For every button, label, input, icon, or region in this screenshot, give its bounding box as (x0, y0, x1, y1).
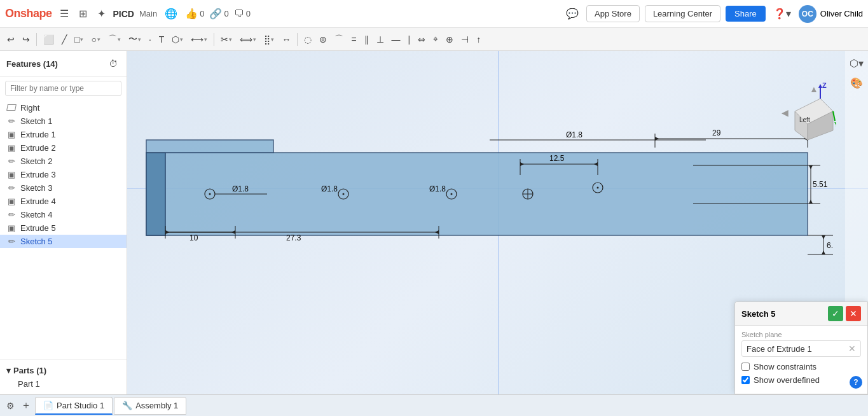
feature-item-sketch1[interactable]: ✏ Sketch 1 (0, 114, 127, 128)
tab-assembly-label: Assembly 1 (135, 401, 178, 410)
redo-button[interactable]: ↪ (19, 32, 33, 46)
feature-item-extrude1[interactable]: ▣ Extrude 1 (0, 128, 127, 141)
part-item-1[interactable]: Part 1 (6, 377, 120, 391)
equal-button[interactable]: = (348, 32, 359, 46)
canvas-area[interactable]: Ø1.8 Ø1.8 Ø1.8 12.5 Ø1. (127, 51, 868, 394)
sketch-plane-label: Sketch plane (741, 331, 861, 338)
history-button[interactable]: ⏱ (106, 56, 120, 71)
add-feature-button[interactable]: ✦ (95, 5, 108, 22)
sketch-confirm-button[interactable]: ✓ (828, 306, 843, 321)
share-button[interactable]: Share (726, 6, 766, 22)
view-mode-button[interactable]: ⬡▾ (847, 55, 866, 72)
parts-header[interactable]: ▾ Parts (1) (6, 364, 120, 377)
mirror-button[interactable]: ⟺▾ (237, 32, 259, 46)
learning-center-button[interactable]: Learning Center (645, 5, 720, 22)
rect-button[interactable]: □▾ (71, 32, 86, 46)
sketch-plane-value: Face of Extrude 1 (747, 344, 812, 354)
trim-button[interactable]: ✂▾ (217, 32, 235, 46)
toolbar: ↩ ↪ ⬜ ╱ □▾ ○▾ ⌒▾ 〜▾ · T ⬡▾ ⟷▾ ✂▾ ⟺▾ ⣿▾ ↔… (0, 28, 868, 51)
svg-text:◀: ◀ (782, 107, 789, 118)
svg-text:Ø1.8: Ø1.8 (429, 184, 446, 193)
svg-text:Ø1.8: Ø1.8 (321, 184, 338, 193)
tab-part-studio-label: Part Studio 1 (57, 401, 104, 410)
features-title: Features (14) (6, 59, 58, 69)
filter-button[interactable]: ⊞ (76, 5, 90, 22)
offset-button[interactable]: ⟷▾ (188, 32, 210, 46)
sketch-plane-field[interactable]: Face of Extrude 1 ✕ (741, 340, 861, 357)
show-constraints-checkbox[interactable] (741, 363, 750, 371)
top-nav: Onshape ☰ ⊞ ✦ PICD Main 🌐 👍 0 🔗 0 🗨 0 💬 … (0, 0, 868, 28)
feature-item-right[interactable]: Right (0, 101, 127, 114)
point-button[interactable]: · (146, 32, 155, 46)
perpendicular-button[interactable]: ⊥ (373, 32, 387, 46)
spline-button[interactable]: 〜▾ (125, 32, 144, 47)
svg-rect-1 (146, 153, 165, 235)
feature-item-sketch2[interactable]: ✏ Sketch 2 (0, 155, 127, 168)
feature-filter-input[interactable] (5, 81, 121, 96)
sketch-panel-body: Sketch plane Face of Extrude 1 ✕ Show co… (735, 326, 867, 394)
symmetric-button[interactable]: ⇔ (415, 32, 429, 46)
horizontal-button[interactable]: — (389, 32, 404, 46)
use-button[interactable]: ⬡▾ (169, 32, 186, 46)
extrude-icon-4: ▣ (6, 197, 17, 206)
tab-assembly-1[interactable]: 🔧 Assembly 1 (114, 397, 186, 415)
svg-point-8 (343, 193, 345, 195)
sketch-cancel-button[interactable]: ✕ (846, 306, 861, 321)
show-overdefined-checkbox[interactable] (741, 376, 750, 384)
extrude-icon-3: ▣ (6, 170, 17, 179)
extrude-icon-2: ▣ (6, 143, 17, 153)
svg-marker-36 (809, 200, 813, 204)
circle-button[interactable]: ○▾ (88, 32, 103, 46)
feature-item-extrude2[interactable]: ▣ Extrude 2 (0, 141, 127, 155)
undo-button[interactable]: ↩ (4, 32, 18, 46)
vertical-button[interactable]: | (405, 32, 414, 46)
globe-button[interactable]: 🌐 (162, 5, 180, 22)
render-button[interactable]: 🎨 (848, 74, 865, 92)
sketch-help-button[interactable]: ? (850, 376, 862, 389)
feature-item-extrude4[interactable]: ▣ Extrude 4 (0, 195, 127, 208)
feature-name-sketch1: Sketch 1 (20, 116, 53, 126)
text-button[interactable]: T (156, 32, 168, 46)
coincident-button[interactable]: ◌ (301, 32, 315, 46)
feature-item-extrude3[interactable]: ▣ Extrude 3 (0, 168, 127, 181)
sidebar-header: Features (14) ⏱ (0, 51, 127, 77)
midpoint-button[interactable]: ⊣ (458, 32, 472, 46)
feature-item-sketch4[interactable]: ✏ Sketch 4 (0, 208, 127, 221)
select-button[interactable]: ⬜ (40, 32, 57, 46)
pierce-button[interactable]: ⊕ (443, 32, 457, 46)
svg-rect-2 (146, 140, 273, 153)
toolbar-sep-3 (297, 33, 298, 46)
feature-item-extrude5[interactable]: ▣ Extrude 5 (0, 221, 127, 235)
avatar: OC (799, 5, 816, 23)
line-button[interactable]: ╱ (59, 32, 70, 46)
tab-settings-button[interactable]: ⚙ (4, 401, 17, 411)
sketch-icon-2: ✏ (6, 156, 17, 166)
user-name: Oliver Child (820, 9, 863, 18)
parallel-button[interactable]: ∥ (361, 32, 372, 46)
dimension-button[interactable]: ↔ (279, 32, 294, 46)
feature-name-sketch5: Sketch 5 (20, 237, 53, 246)
assembly-icon: 🔧 (122, 401, 132, 410)
user-menu[interactable]: OC Oliver Child (799, 5, 863, 23)
menu-button[interactable]: ☰ (57, 5, 71, 22)
svg-text:Y: Y (834, 121, 836, 128)
app-store-button[interactable]: App Store (586, 5, 640, 22)
arc-button[interactable]: ⌒▾ (105, 32, 124, 47)
help-button[interactable]: ❓▾ (771, 5, 794, 22)
svg-text:Ø1.8: Ø1.8 (232, 184, 249, 193)
feature-item-sketch3[interactable]: ✏ Sketch 3 (0, 181, 127, 195)
show-constraints-row: Show constraints (741, 362, 861, 371)
chat-button[interactable]: 💬 (563, 5, 581, 22)
normal-button[interactable]: ↑ (473, 32, 484, 46)
fix-button[interactable]: ⌖ (430, 32, 441, 46)
tab-part-studio-1[interactable]: 📄 Part Studio 1 (35, 397, 113, 415)
concentric-button[interactable]: ⊚ (316, 32, 330, 46)
clear-sketch-plane-button[interactable]: ✕ (848, 343, 856, 354)
feature-item-sketch5[interactable]: ✏ Sketch 5 (0, 235, 127, 248)
pattern-button[interactable]: ⣿▾ (261, 32, 277, 46)
view-cube: Z Y Left ▲ ◀ (779, 83, 830, 134)
svg-marker-53 (822, 251, 825, 254)
tangent-button[interactable]: ⌒ (331, 32, 347, 47)
feature-name-sketch3: Sketch 3 (20, 183, 53, 193)
add-tab-button[interactable]: ＋ (18, 399, 34, 412)
